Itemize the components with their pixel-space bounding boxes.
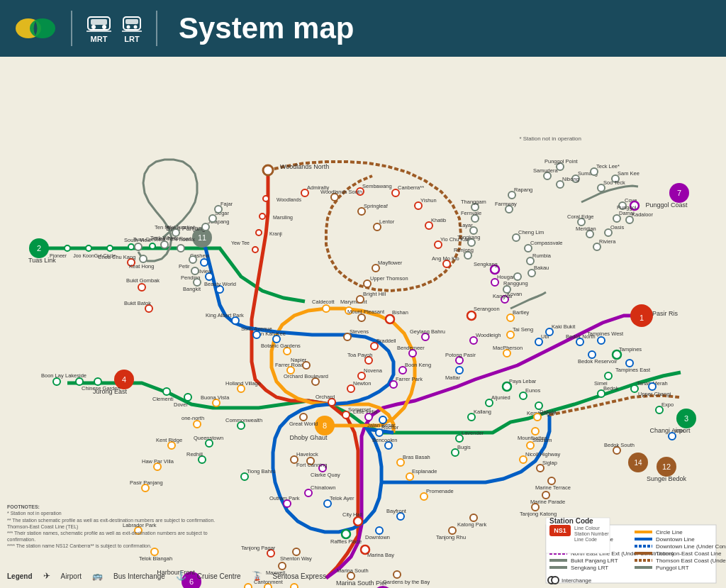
svg-point-33 — [467, 311, 476, 320]
svg-point-37 — [342, 530, 350, 538]
svg-text:Geylang Bahru: Geylang Bahru — [410, 328, 445, 335]
svg-point-219 — [189, 256, 196, 263]
svg-text:Telok Blangah: Telok Blangah — [139, 555, 172, 562]
svg-point-291 — [161, 241, 168, 248]
svg-text:Boon Lay: Boon Lay — [41, 372, 64, 379]
svg-text:Raffles Place: Raffles Place — [330, 538, 362, 545]
svg-text:Xilin: Xilin — [674, 428, 684, 434]
svg-text:Punggol: Punggol — [617, 204, 637, 211]
svg-text:Samudera: Samudera — [533, 167, 558, 174]
dhoby-ghaut-number: 8 — [323, 421, 327, 430]
sungei-bedok-14-number: 14 — [634, 459, 642, 467]
punggol-coast-label: Punggol Coast — [645, 201, 688, 209]
bottom-legend-bar: Legend ✈ Airport 🚌 Bus Interchange ⚓ Cru… — [7, 571, 326, 581]
marina-south-pier-label: Marina South Pier — [336, 579, 387, 587]
svg-point-4 — [102, 25, 106, 29]
svg-text:Marine Terrace: Marine Terrace — [535, 484, 571, 491]
svg-point-121 — [376, 527, 383, 534]
svg-text:Kaki Bukit: Kaki Bukit — [552, 323, 576, 330]
legend-label: Legend — [7, 572, 33, 580]
svg-point-187 — [300, 414, 307, 421]
svg-text:Outram Park: Outram Park — [269, 495, 300, 501]
svg-text:Teck Lee*: Teck Lee* — [596, 163, 620, 170]
svg-text:South View: South View — [124, 237, 151, 243]
svg-text:NS1: NS1 — [554, 527, 566, 534]
svg-text:Yew Tee: Yew Tee — [231, 240, 250, 245]
map-container: Woodlands North 1 Pasir Ris 2 Tuas Link … — [0, 57, 726, 588]
changi-number: 3 — [684, 414, 688, 423]
svg-text:Coral Edge: Coral Edge — [567, 213, 594, 220]
svg-point-19 — [128, 244, 134, 250]
mrt-icon — [86, 13, 111, 33]
svg-point-305 — [94, 378, 101, 385]
lrt-label: LRT — [124, 35, 139, 43]
svg-text:Simei: Simei — [594, 380, 608, 387]
jurong-east-number: 4 — [122, 375, 126, 384]
svg-text:Newton: Newton — [353, 380, 371, 387]
svg-text:Bukit Batok: Bukit Batok — [124, 300, 151, 306]
svg-text:City Hall: City Hall — [342, 511, 362, 518]
svg-text:Thomson East Coast (Under Cons: Thomson East Coast (Under Construction) — [656, 558, 726, 564]
svg-point-179 — [456, 367, 463, 374]
svg-text:Upper Changi: Upper Changi — [638, 391, 671, 397]
svg-text:Chinese Garden: Chinese Garden — [82, 385, 121, 392]
svg-point-21 — [150, 243, 155, 249]
svg-text:Beauty World: Beauty World — [204, 281, 236, 287]
svg-point-163 — [449, 527, 456, 534]
svg-point-9 — [134, 26, 138, 29]
svg-point-35 — [354, 517, 362, 526]
svg-text:Kadaloor: Kadaloor — [632, 211, 654, 218]
svg-text:one-north: one-north — [182, 415, 204, 421]
svg-text:Dover: Dover — [174, 401, 189, 408]
svg-text:Bukit Gombak: Bukit Gombak — [126, 277, 160, 284]
bukit-panjang-number: 11 — [198, 233, 206, 242]
svg-text:Shenton Way: Shenton Way — [280, 555, 312, 562]
svg-text:Jalan Besar: Jalan Besar — [367, 422, 396, 428]
svg-text:Punggol LRT: Punggol LRT — [656, 565, 689, 571]
svg-text:Aljunied: Aljunied — [491, 394, 510, 401]
svg-text:Nicoll Highway: Nicoll Highway — [525, 451, 560, 457]
svg-text:Bukit Panjang LRT: Bukit Panjang LRT — [571, 558, 618, 564]
svg-text:Sengkang LRT: Sengkang LRT — [571, 565, 608, 571]
dhoby-ghaut-label: Dhoby Ghaut — [289, 434, 328, 441]
svg-text:Kranji: Kranji — [269, 231, 282, 237]
svg-text:Dakota: Dakota — [540, 409, 557, 415]
svg-text:Nibong: Nibong — [562, 176, 579, 182]
svg-point-341 — [605, 372, 612, 379]
svg-text:Lakeside: Lakeside — [65, 372, 86, 379]
svg-text:Paya Lebar: Paya Lebar — [509, 378, 537, 384]
svg-point-393 — [552, 577, 559, 584]
svg-text:Bedok Reservoir: Bedok Reservoir — [578, 358, 618, 365]
svg-point-207 — [253, 331, 260, 338]
svg-text:Downtown Line: Downtown Line — [656, 536, 695, 543]
svg-text:Tongkang: Tongkang — [457, 234, 481, 240]
svg-point-323 — [151, 548, 158, 555]
svg-text:Chinatown: Chinatown — [311, 484, 335, 491]
page-title: System map — [179, 11, 354, 45]
svg-point-311 — [184, 394, 191, 401]
svg-text:Marsiling: Marsiling — [273, 215, 293, 221]
svg-text:Woodlands South: Woodlands South — [320, 189, 362, 195]
svg-text:Bayfront: Bayfront — [386, 508, 407, 514]
svg-point-329 — [598, 337, 605, 344]
svg-text:Clarke Quay: Clarke Quay — [311, 472, 340, 478]
svg-text:Bishan: Bishan — [392, 309, 408, 316]
woodlands-north-station — [263, 165, 273, 175]
svg-text:Tai Seng: Tai Seng — [513, 326, 533, 333]
svg-point-313 — [194, 421, 201, 428]
svg-text:Ten Mile Junction: Ten Mile Junction — [155, 224, 196, 231]
svg-text:Bartley: Bartley — [513, 309, 530, 316]
svg-point-217 — [177, 245, 184, 252]
svg-text:Buona Vista: Buona Vista — [201, 394, 230, 401]
svg-text:Oasis: Oasis — [610, 224, 624, 231]
svg-text:Potong Pasir: Potong Pasir — [445, 352, 476, 358]
svg-text:Novena: Novena — [364, 367, 383, 374]
svg-point-215 — [201, 259, 208, 266]
svg-text:Mayflower: Mayflower — [378, 260, 403, 266]
svg-text:Line Code: Line Code — [574, 537, 597, 542]
svg-text:Expo: Expo — [661, 401, 674, 408]
sungei-bedok-label: Sungei Bedok — [647, 475, 687, 482]
punggol-coast-number: 7 — [677, 189, 681, 197]
svg-text:Keat Hong: Keat Hong — [129, 263, 154, 270]
svg-text:Yishun: Yishun — [420, 197, 437, 204]
